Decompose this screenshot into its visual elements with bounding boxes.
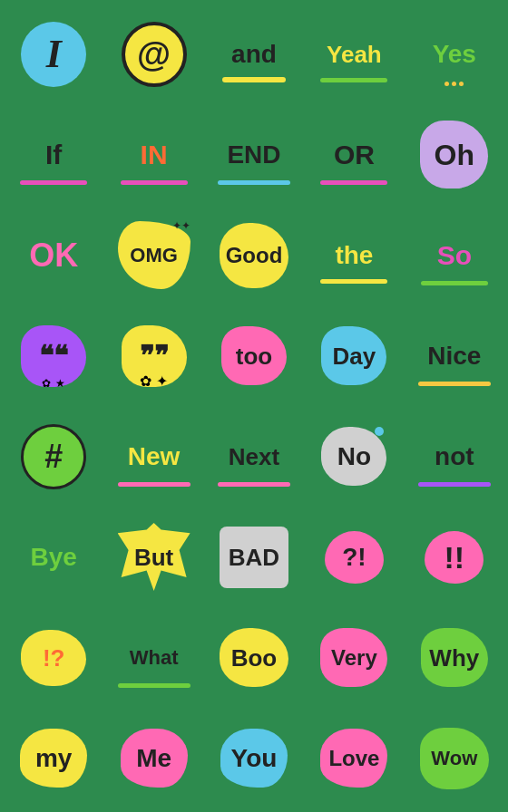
sticker-label-in: IN	[141, 141, 168, 169]
cell-or[interactable]: OR	[304, 104, 404, 205]
sticker-label-bad: BAD	[229, 546, 279, 569]
cell-you[interactable]: You	[204, 708, 304, 808]
sticker-label-my: my	[35, 746, 72, 771]
cell-I[interactable]: I	[4, 4, 103, 104]
sticker-label-but: But	[134, 546, 173, 569]
sticker-label-hash: #	[44, 440, 63, 473]
sticker-label-open-quote: ❝❝	[39, 343, 68, 370]
cell-bad[interactable]: BAD	[204, 507, 304, 607]
cell-good[interactable]: Good	[204, 205, 304, 305]
sticker-label-what: What	[130, 648, 179, 668]
sticker-label-new: New	[128, 444, 181, 469]
sticker-label-day: Day	[333, 344, 376, 368]
cell-ok[interactable]: OK	[4, 205, 103, 305]
sticker-label-nice: Nice	[427, 343, 481, 369]
sticker-label-ok: OK	[29, 239, 78, 272]
sticker-label-no: No	[337, 444, 371, 469]
sticker-label-qm: ?!	[342, 545, 366, 570]
cell-day[interactable]: Day	[304, 305, 404, 406]
cell-too[interactable]: too	[204, 305, 304, 406]
sticker-label-and: and	[231, 42, 277, 67]
cell-no[interactable]: No	[304, 406, 404, 507]
sticker-label-I: I	[46, 34, 62, 74]
sticker-label-the: the	[335, 243, 373, 268]
cell-why[interactable]: Why	[405, 607, 504, 708]
sticker-label-wow: Wow	[431, 749, 477, 768]
sticker-label-you: You	[231, 746, 278, 771]
cell-me[interactable]: Me	[103, 708, 203, 808]
cell-excqm[interactable]: !?	[4, 607, 103, 708]
sticker-label-yeah: Yeah	[327, 43, 382, 66]
sticker-label-me: Me	[136, 746, 171, 771]
sticker-label-too: too	[236, 344, 272, 368]
cell-not[interactable]: not	[405, 406, 504, 507]
sticker-label-why: Why	[429, 646, 479, 670]
cell-very[interactable]: Very	[304, 607, 404, 708]
cell-nice[interactable]: Nice	[405, 305, 504, 406]
sticker-label-close-quote: ❞❞	[140, 343, 169, 370]
sticker-label-boo: Boo	[231, 646, 278, 670]
cell-but[interactable]: But	[103, 507, 203, 607]
cell-new[interactable]: New	[103, 406, 203, 507]
sticker-grid: I @ and Yeah Yes If	[0, 0, 508, 812]
cell-bye[interactable]: Bye	[4, 507, 103, 607]
sticker-label-if: If	[45, 141, 62, 169]
omg-spikes: ✦✦	[172, 219, 190, 232]
cell-wow[interactable]: Wow	[405, 708, 504, 808]
sticker-label-good: Good	[226, 245, 283, 266]
sticker-label-omg: OMG	[130, 246, 178, 266]
cell-hash[interactable]: #	[4, 406, 103, 507]
sticker-label-not: not	[435, 444, 474, 469]
cell-my[interactable]: my	[4, 708, 103, 808]
cell-what[interactable]: What	[103, 607, 203, 708]
cell-close-quote[interactable]: ❞❞ ✿✦	[103, 305, 203, 406]
cell-if[interactable]: If	[4, 104, 103, 205]
sticker-label-so: So	[437, 242, 472, 269]
cell-at[interactable]: @	[103, 4, 203, 104]
cell-and[interactable]: and	[204, 4, 304, 104]
cell-omg[interactable]: OMG ✦✦	[103, 205, 203, 305]
sticker-label-exc: !!	[444, 542, 464, 573]
cell-exc[interactable]: !!	[405, 507, 504, 607]
sticker-label-at: @	[137, 37, 171, 72]
cell-the[interactable]: the	[304, 205, 404, 305]
cell-next[interactable]: Next	[204, 406, 304, 507]
sticker-label-end: END	[227, 142, 280, 168]
sticker-label-love: Love	[328, 748, 379, 769]
cell-end[interactable]: END	[204, 104, 304, 205]
cell-yeah[interactable]: Yeah	[304, 4, 404, 104]
sticker-label-very: Very	[331, 647, 377, 669]
sticker-label-excqm: !?	[43, 646, 65, 670]
cell-yes[interactable]: Yes	[405, 4, 504, 104]
cell-open-quote[interactable]: ❝❝ ✿★	[4, 305, 103, 406]
sticker-label-bye: Bye	[31, 545, 77, 570]
cell-qm[interactable]: ?!	[304, 507, 404, 607]
sticker-label-oh: Oh	[435, 140, 474, 169]
sticker-label-or: OR	[334, 141, 375, 169]
cell-boo[interactable]: Boo	[204, 607, 304, 708]
cell-oh[interactable]: Oh	[405, 104, 504, 205]
sticker-label-yes: Yes	[433, 42, 476, 67]
cell-in[interactable]: IN	[103, 104, 203, 205]
sticker-label-next: Next	[229, 445, 279, 469]
cell-so[interactable]: So	[405, 205, 504, 305]
cell-love[interactable]: Love	[304, 708, 404, 808]
